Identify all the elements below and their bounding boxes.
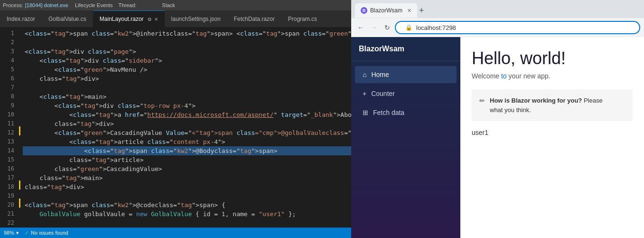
code-line: <class="tag">span class="kw2">@inheritsc… xyxy=(23,29,351,38)
browser-favicon: B xyxy=(361,7,367,14)
tab-golbalvalue-label: GolbalValue.cs xyxy=(48,16,86,22)
code-line: class="green">CascadingValue> xyxy=(23,164,351,173)
blazor-nav: ⌂ Home + Counter ⊞ Fetch data xyxy=(351,61,460,126)
code-line: <class="tag">div class="top-row px-4"> xyxy=(23,101,351,110)
back-button[interactable]: ← xyxy=(355,22,366,33)
tab-program[interactable]: Program.cs xyxy=(281,10,324,27)
code-line xyxy=(23,191,351,200)
nav-label-home: Home xyxy=(371,71,389,78)
nav-label-counter: Counter xyxy=(371,90,395,97)
subtitle-to: to xyxy=(501,72,507,80)
code-line: <class="tag">article class="content px-4… xyxy=(23,137,351,146)
home-icon: ⌂ xyxy=(363,71,366,78)
code-line: <class="tag">main> xyxy=(23,92,351,101)
nav-item-home[interactable]: ⌂ Home xyxy=(355,66,457,83)
code-line: class="tag">div> xyxy=(23,74,351,83)
code-line: <class="tag">div class="page"> xyxy=(23,47,351,56)
new-tab-button[interactable]: + xyxy=(419,6,424,16)
code-line: class="tag">div> xyxy=(23,182,351,191)
stack-label: Stack xyxy=(162,2,175,8)
code-line: GolbalValue golbalVaule = new GolbalValu… xyxy=(23,209,351,219)
zoom-arrow: ▾ xyxy=(16,230,19,236)
code-line: class="tag">main> xyxy=(23,173,351,182)
browser-panel: B BlazorWsam ✕ + ← → ↻ 🔒 localhost:7298 … xyxy=(351,0,644,238)
forward-button[interactable]: → xyxy=(368,22,380,33)
nav-item-fetchdata[interactable]: ⊞ Fetch data xyxy=(355,104,457,121)
thread-label: Thread: xyxy=(118,2,136,8)
browser-content: BlazorWsam ⌂ Home + Counter ⊞ Fetch data… xyxy=(351,37,644,238)
blazor-main-content: Hello, world! Welcome to your new app. ✏… xyxy=(460,37,644,238)
code-line: <class="tag">span class="kw2">@codeclass… xyxy=(23,200,351,209)
nav-item-counter[interactable]: + Counter xyxy=(355,85,457,102)
url-text: localhost:7298 xyxy=(416,24,456,31)
tab-golbalvalue[interactable]: GolbalValue.cs xyxy=(42,10,93,27)
tab-fetchdata[interactable]: FetchData.razor xyxy=(227,10,281,27)
issues-check-icon: ✓ xyxy=(25,230,29,236)
survey-text: How is Blazor working for you? Pleasewha… xyxy=(490,96,603,114)
editor-panel: Process: [18044] dotnet.exe Lifecycle Ev… xyxy=(0,0,351,238)
zoom-value: 98% xyxy=(4,230,14,236)
code-line: <class="tag">div class="sidebar"> xyxy=(23,56,351,65)
code-line: class="tag">div> xyxy=(23,119,351,128)
tab-launchsettings[interactable]: launchSettings.json xyxy=(165,10,227,27)
survey-box: ✏ How is Blazor working for you? Pleasew… xyxy=(472,89,633,121)
gutter xyxy=(19,27,23,228)
counter-icon: + xyxy=(363,90,366,97)
subtitle-before: Welcome xyxy=(472,72,501,80)
code-line: <class="tag">a href="https://docs.micros… xyxy=(23,110,351,119)
browser-tab-bar: B BlazorWsam ✕ + xyxy=(351,0,644,18)
survey-bold-text: How is Blazor working for you? xyxy=(490,97,582,104)
process-bar: Process: [18044] dotnet.exe Lifecycle Ev… xyxy=(0,0,351,10)
address-bar: ← → ↻ 🔒 localhost:7298 xyxy=(351,18,644,37)
user-label: user1 xyxy=(472,129,633,136)
tab-close-icon[interactable]: ✕ xyxy=(154,17,158,22)
browser-active-tab[interactable]: B BlazorWsam ✕ xyxy=(355,3,417,18)
survey-icon: ✏ xyxy=(479,97,485,105)
tab-program-label: Program.cs xyxy=(288,16,317,22)
zoom-level[interactable]: 98% ▾ xyxy=(4,230,19,236)
process-label: Process: xyxy=(3,2,23,8)
tab-bar: Index.razor GolbalValue.cs MainLayout.ra… xyxy=(0,10,351,27)
browser-tab-close-icon[interactable]: ✕ xyxy=(407,8,411,14)
code-line: <class="green">NavMenu /> xyxy=(23,65,351,74)
subtitle-after: your new app. xyxy=(507,72,551,80)
tab-fetchdata-label: FetchData.razor xyxy=(234,16,275,22)
blazor-sidebar: BlazorWsam ⌂ Home + Counter ⊞ Fetch data xyxy=(351,37,460,238)
fetchdata-icon: ⊞ xyxy=(363,109,368,116)
tab-launchsettings-label: launchSettings.json xyxy=(171,16,221,22)
issues-text: No issues found xyxy=(31,230,68,236)
code-area: 1234567891011121314151617181920212223 <c… xyxy=(0,27,351,228)
lock-icon: 🔒 xyxy=(405,24,412,31)
address-input[interactable]: 🔒 localhost:7298 xyxy=(395,21,640,34)
tab-mainlayout[interactable]: MainLayout.razor ⊙ ✕ xyxy=(93,10,165,27)
code-lines[interactable]: <class="tag">span class="kw2">@inheritsc… xyxy=(23,27,351,228)
nav-label-fetchdata: Fetch data xyxy=(373,109,404,116)
browser-chrome: B BlazorWsam ✕ + ← → ↻ 🔒 localhost:7298 xyxy=(351,0,644,37)
tab-index-label: Index.razor xyxy=(7,16,35,22)
tab-edited-dot: ⊙ xyxy=(148,17,151,22)
status-bar: 98% ▾ ✓ No issues found xyxy=(0,228,351,238)
tab-mainlayout-label: MainLayout.razor xyxy=(100,16,144,22)
code-line: class="tag">article> xyxy=(23,155,351,164)
reload-button[interactable]: ↻ xyxy=(382,22,393,33)
code-line: <class="green">CascadingValue Value="<"t… xyxy=(23,128,351,137)
process-value: [18044] dotnet.exe xyxy=(25,2,68,8)
page-subtitle: Welcome to your new app. xyxy=(472,72,633,80)
code-line xyxy=(23,219,351,228)
browser-tab-title: BlazorWsam xyxy=(370,7,402,14)
code-line xyxy=(23,38,351,47)
lifecycle-label: Lifecycle Events xyxy=(75,2,112,8)
page-title: Hello, world! xyxy=(472,48,633,68)
code-line xyxy=(23,83,351,92)
issues-indicator: ✓ No issues found xyxy=(25,230,68,236)
blazor-logo: BlazorWsam xyxy=(351,37,460,61)
tab-index[interactable]: Index.razor xyxy=(0,10,42,27)
line-numbers: 1234567891011121314151617181920212223 xyxy=(0,27,19,228)
code-line: <class="tag">span class="kw2">@Bodyclass… xyxy=(23,146,351,155)
